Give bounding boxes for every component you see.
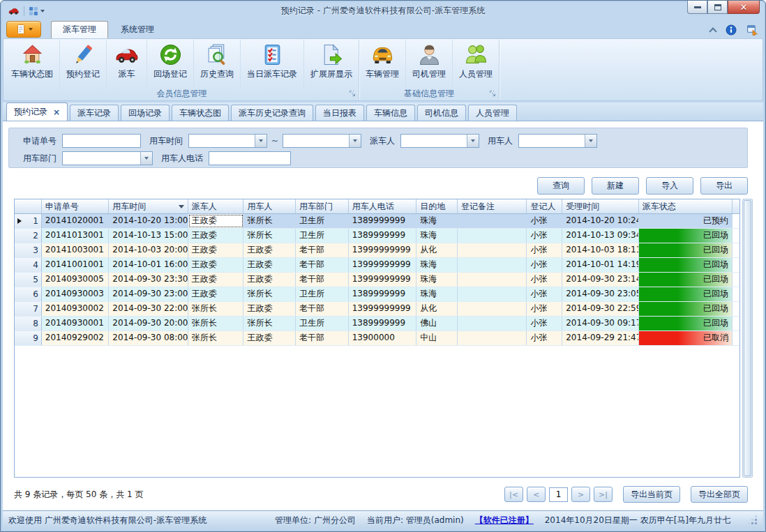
grid-cell[interactable]: 卫生所 — [296, 214, 349, 228]
dispatch-status-cell[interactable]: 已回场 — [639, 273, 733, 287]
application-menu-button[interactable] — [6, 21, 41, 38]
row-header[interactable]: 6 — [15, 287, 42, 301]
grid-cell[interactable]: 1389999999 — [349, 317, 417, 330]
department-input[interactable] — [63, 152, 140, 165]
application-no-input[interactable] — [62, 134, 141, 148]
grid-cell[interactable]: 王政委 — [188, 258, 244, 272]
grid-cell[interactable]: 13999999999 — [349, 302, 417, 316]
ribbon-button-history-search[interactable]: 历史查询 — [193, 40, 240, 88]
first-page-button[interactable]: |< — [504, 487, 523, 502]
grid-cell[interactable]: 2014-10-20 13:00 — [109, 214, 188, 228]
column-header-5[interactable]: 用车人电话 — [349, 199, 417, 213]
grid-cell[interactable]: 13999999999 — [349, 273, 417, 287]
column-header-2[interactable]: 派车人 — [188, 199, 244, 213]
grid-cell[interactable]: 珠海 — [416, 273, 458, 287]
page-number-input[interactable] — [549, 487, 568, 502]
grid-cell[interactable]: 2014-09-30 23:00 — [109, 287, 188, 301]
grid-cell[interactable]: 2014-09-30 09:17 — [562, 317, 638, 330]
ribbon-button-driver[interactable]: 司机管理 — [405, 40, 452, 88]
grid-cell[interactable]: 2014-10-03 18:11 — [562, 243, 638, 257]
column-header-6[interactable]: 目的地 — [416, 199, 458, 213]
dispatcher-input[interactable] — [401, 135, 467, 147]
grid-cell[interactable]: 王政委 — [243, 331, 296, 345]
grid-cell[interactable]: 中山 — [416, 331, 458, 345]
grid-cell[interactable] — [458, 214, 527, 228]
grid-cell[interactable] — [458, 243, 527, 257]
grid-cell[interactable]: 张所长 — [243, 229, 296, 243]
grid-cell[interactable]: 2014-09-30 22:00 — [109, 302, 188, 316]
grid-cell[interactable]: 20140930005 — [42, 273, 110, 287]
grid-cell[interactable]: 王政委 — [188, 273, 244, 287]
grid-cell[interactable]: 1389999999 — [349, 214, 417, 228]
grid-cell[interactable]: 2014-09-30 22:59 — [562, 302, 638, 316]
grid-cell[interactable]: 13999999999 — [349, 243, 417, 257]
dispatch-status-cell[interactable]: 已回场 — [639, 317, 733, 330]
grid-cell[interactable]: 张所长 — [243, 287, 296, 301]
close-tab-icon[interactable]: × — [53, 107, 60, 117]
grid-cell[interactable]: 珠海 — [416, 229, 458, 243]
grid-cell[interactable]: 2014-09-30 08:00 — [109, 331, 188, 345]
grid-cell[interactable]: 王政委 — [243, 258, 296, 272]
table-row[interactable]: 7201409300022014-09-30 22:00张所长王政委老干部139… — [15, 302, 739, 317]
table-row[interactable]: 4201410010012014-10-01 16:00王政委王政委老干部139… — [15, 258, 739, 273]
grid-cell[interactable]: 王政委 — [243, 243, 296, 257]
use-time-from-combo[interactable] — [188, 134, 267, 148]
doc-tab-2[interactable]: 回场记录 — [121, 105, 170, 121]
table-row[interactable]: 6201409300032014-09-30 23:00王政委张所长卫生所138… — [15, 287, 739, 302]
minimize-button[interactable] — [687, 1, 707, 14]
ribbon-button-house[interactable]: 车辆状态图 — [5, 40, 59, 88]
grid-cell[interactable]: 小张 — [527, 287, 562, 301]
dropdown-button[interactable] — [140, 152, 152, 165]
row-header[interactable]: 2 — [15, 229, 42, 243]
import-button[interactable]: 导入 — [646, 177, 693, 195]
grid-cell[interactable] — [458, 273, 527, 287]
doc-tab-8[interactable]: 人员管理 — [468, 105, 517, 121]
doc-tab-6[interactable]: 车辆信息 — [366, 105, 415, 121]
column-header-3[interactable]: 用车人 — [243, 199, 296, 213]
grid-cell[interactable]: 20141001001 — [42, 258, 110, 272]
use-time-from-input[interactable] — [189, 135, 255, 147]
ribbon-button-screen-export[interactable]: 扩展屏显示 — [303, 40, 359, 88]
grid-cell[interactable]: 2014-09-30 23:05 — [562, 287, 638, 301]
grid-cell[interactable]: 张所长 — [188, 302, 244, 316]
info-icon[interactable] — [726, 24, 737, 36]
column-header-9[interactable]: 受理时间 — [562, 199, 638, 213]
ribbon-tab-1[interactable]: 系统管理 — [110, 22, 165, 38]
ribbon-button-green-refresh[interactable]: 回场登记 — [147, 40, 193, 88]
grid-cell[interactable]: 1389999999 — [349, 287, 417, 301]
table-row[interactable]: 5201409300052014-09-30 23:30王政委王政委老干部139… — [15, 273, 739, 287]
grid-cell[interactable] — [458, 331, 527, 345]
grid-cell[interactable]: 珠海 — [416, 287, 458, 301]
prev-page-button[interactable]: < — [527, 487, 546, 502]
next-page-button[interactable]: > — [571, 487, 590, 502]
maximize-button[interactable] — [707, 1, 728, 14]
grid-cell[interactable]: 2014-09-29 21:47 — [562, 331, 638, 345]
grid-cell[interactable]: 珠海 — [416, 258, 458, 272]
doc-tab-0[interactable]: 预约记录× — [6, 102, 68, 121]
grid-cell[interactable]: 20140930003 — [42, 287, 110, 301]
grid-cell[interactable]: 13999999999 — [349, 258, 417, 272]
dropdown-button[interactable] — [585, 135, 596, 147]
column-header-8[interactable]: 登记人 — [527, 199, 562, 213]
grid-cell[interactable]: 2014-10-20 10:24 — [562, 214, 638, 228]
scrollbar-thumb[interactable] — [744, 200, 751, 476]
doc-tab-5[interactable]: 当日报表 — [315, 105, 364, 121]
grid-cell[interactable]: 20141020001 — [42, 214, 110, 228]
ribbon-button-checklist[interactable]: 当日派车记录 — [240, 40, 303, 88]
grid-cell[interactable] — [458, 302, 527, 316]
dispatch-status-cell[interactable]: 已预约 — [639, 214, 733, 228]
ribbon-button-red-car[interactable]: 派车 — [106, 40, 147, 88]
grid-cell[interactable]: 20141003001 — [42, 243, 110, 257]
grid-cell[interactable]: 王政委 — [243, 302, 296, 316]
car-user-combo[interactable] — [518, 134, 597, 148]
grid-cell[interactable] — [458, 287, 527, 301]
ribbon-button-people[interactable]: 人员管理 — [452, 40, 499, 88]
grid-cell[interactable]: 卫生所 — [296, 317, 349, 330]
doc-tab-1[interactable]: 派车记录 — [70, 105, 119, 121]
doc-tab-4[interactable]: 派车历史记录查询 — [231, 105, 313, 121]
table-row[interactable]: 2201410130012014-10-13 15:00王政委张所长卫生所138… — [15, 229, 739, 243]
grid-cell[interactable]: 卫生所 — [296, 229, 349, 243]
close-button[interactable]: ✕ — [728, 1, 760, 14]
grid-cell[interactable]: 20140929002 — [42, 331, 110, 345]
grid-cell[interactable]: 2014-09-30 20:00 — [109, 317, 188, 330]
